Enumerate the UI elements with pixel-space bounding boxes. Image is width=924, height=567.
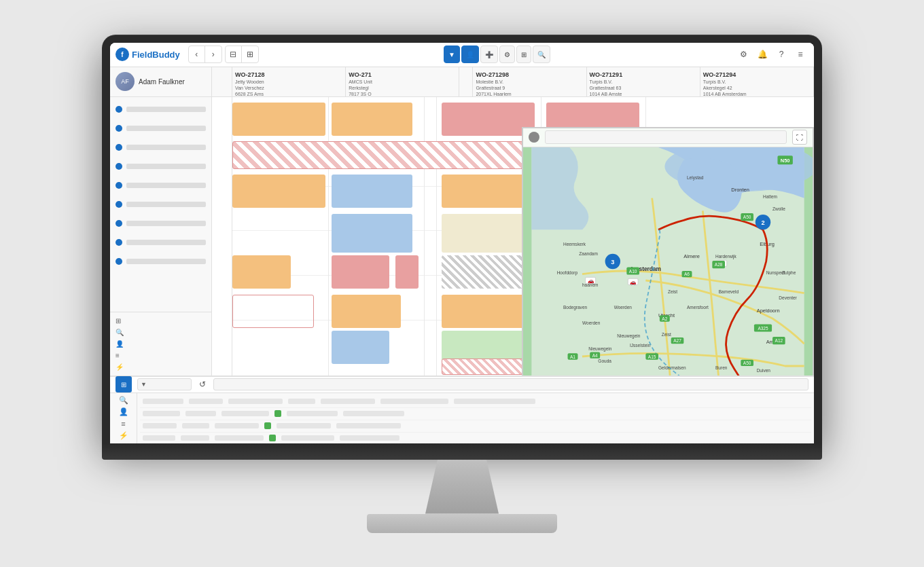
notifications-btn[interactable]: 🔔	[754, 46, 770, 62]
col-wo-id: WO-271	[349, 71, 456, 78]
app: f FieldBuddy ‹ › ⊟ ⊞	[110, 43, 814, 443]
toolbar-center: ▼ 👤 ➕ ⚙ ⊞	[262, 45, 732, 63]
status-badge	[269, 435, 276, 441]
wo-block[interactable]	[442, 175, 535, 208]
wo-block[interactable]	[332, 255, 390, 289]
wo-block[interactable]	[232, 103, 325, 136]
map-fullscreen-btn[interactable]: ⛶	[792, 130, 807, 145]
col-header-4: WO-271291 Turpis B.V. Grattestraat 63 10…	[587, 67, 700, 96]
map-camera-icon	[529, 132, 539, 143]
bottom-cell	[343, 411, 404, 416]
settings-btn[interactable]: ⚙	[735, 46, 751, 62]
filter-btn[interactable]: ▼	[444, 45, 460, 63]
svg-text:🚗: 🚗	[630, 278, 637, 285]
bottom-icon-lightning[interactable]: ⚡	[118, 431, 129, 441]
filter-icon: ▼	[448, 51, 455, 58]
wo-block[interactable]	[232, 295, 314, 328]
bottom-list-btn[interactable]: ⊞	[116, 376, 132, 392]
logo-icon: f	[116, 48, 129, 61]
bottom-icon-people[interactable]: 👤	[118, 407, 129, 417]
sidebar-item[interactable]	[110, 252, 211, 271]
sidebar-bottom-filter[interactable]: ≡	[110, 350, 211, 361]
svg-text:Duiven: Duiven	[757, 368, 771, 373]
sidebar-bottom-lightning[interactable]: ⚡	[110, 361, 211, 373]
bottom-icon-filter[interactable]: ≡	[118, 420, 129, 429]
wo-block[interactable]	[332, 331, 390, 364]
bottom-cell	[143, 411, 180, 416]
svg-text:IJsselstein: IJsselstein	[630, 342, 651, 347]
wo-block[interactable]	[442, 295, 535, 328]
bottom-sidebar: 🔍 👤 ≡ ⚡	[110, 393, 137, 443]
route-icon: ⚙	[504, 51, 510, 58]
app-logo[interactable]: f FieldBuddy	[116, 48, 180, 61]
delete-btn[interactable]: ⊟	[226, 46, 242, 62]
search-icon: 🔍	[537, 51, 546, 58]
sidebar-bottom-list[interactable]: ⊞	[110, 315, 211, 327]
bottom-refresh-btn[interactable]: ↺	[194, 376, 211, 392]
svg-text:Harderwijk: Harderwijk	[715, 254, 737, 259]
wo-block[interactable]	[332, 214, 413, 253]
svg-text:Apeldoorn: Apeldoorn	[757, 307, 780, 313]
svg-text:Lelystad: Lelystad	[687, 175, 704, 180]
wo-block[interactable]	[442, 255, 535, 289]
bottom-cell	[277, 423, 331, 428]
sidebar-item[interactable]	[110, 176, 211, 195]
route-btn[interactable]: ⚙	[499, 45, 515, 63]
svg-text:A50: A50	[743, 361, 751, 365]
wo-block[interactable]	[332, 175, 413, 208]
table-row[interactable]	[140, 420, 811, 433]
sidebar-item-label	[126, 240, 206, 245]
wo-block[interactable]	[442, 214, 535, 253]
sidebar-item[interactable]	[110, 138, 211, 157]
svg-text:Woerden: Woerden	[582, 321, 601, 325]
help-btn[interactable]: ?	[773, 46, 789, 62]
sidebar-item[interactable]	[110, 100, 211, 119]
sidebar-item[interactable]	[110, 214, 211, 233]
svg-text:Gouda: Gouda	[598, 359, 611, 363]
table-row[interactable]	[140, 433, 811, 443]
wo-block[interactable]	[232, 175, 325, 208]
sidebar-item[interactable]	[110, 157, 211, 176]
monitor-bezel-bottom	[102, 443, 822, 460]
sidebar-item[interactable]	[110, 119, 211, 138]
table-row[interactable]	[140, 408, 811, 420]
status-badge	[264, 422, 271, 429]
svg-text:Zutphe: Zutphe	[782, 270, 796, 275]
col-info: Turpis B.V. Akerstegel 42 1014 AB Amster…	[703, 79, 811, 97]
sidebar-bottom-search[interactable]: 🔍	[110, 327, 211, 338]
wo-block[interactable]	[332, 295, 402, 328]
wo-block[interactable]	[395, 255, 419, 289]
send-btn[interactable]: ⊞	[242, 46, 258, 62]
col-wo-id: WO-271298	[476, 71, 583, 78]
sidebar-items	[110, 97, 211, 312]
wo-block[interactable]	[332, 103, 413, 136]
svg-text:Nieuwegein: Nieuwegein	[588, 346, 611, 351]
menu-btn[interactable]: ≡	[792, 46, 808, 62]
bottom-cell	[281, 435, 334, 441]
nav-back-btn[interactable]: ‹	[189, 46, 205, 62]
search-btn[interactable]: 🔍	[533, 45, 550, 63]
bottom-icon-search[interactable]: 🔍	[118, 396, 129, 405]
toolbar: f FieldBuddy ‹ › ⊟ ⊞	[110, 43, 814, 67]
col-info: Turpis B.V. Grattestraat 63 1014 AB Amst…	[590, 79, 697, 97]
svg-text:Geldermalsen: Geldermalsen	[658, 365, 686, 369]
bottom-col-header	[454, 399, 535, 404]
bottom-col-header	[321, 399, 375, 404]
people-btn[interactable]: 👤	[461, 45, 479, 63]
sidebar-item[interactable]	[110, 233, 211, 252]
sidebar-bottom-person[interactable]: 👤	[110, 338, 211, 350]
wo-block[interactable]	[232, 255, 291, 289]
map-address-bar	[545, 130, 787, 144]
col-header-5: WO-271294 Turpis B.V. Akerstegel 42 1014…	[700, 67, 814, 96]
wo-block[interactable]	[442, 103, 535, 136]
bottom-header-row	[140, 396, 811, 408]
bottom-col-header	[143, 399, 183, 404]
add-btn[interactable]: ➕	[480, 45, 498, 63]
bottom-search-input[interactable]	[213, 378, 808, 390]
nav-forward-btn[interactable]: ›	[205, 46, 221, 62]
svg-text:A4: A4	[592, 352, 598, 357]
bottom-filter-dropdown[interactable]: ▼	[137, 378, 192, 390]
bottom-cell	[181, 435, 209, 441]
sidebar-item[interactable]	[110, 195, 211, 214]
columns-btn[interactable]: ⊞	[516, 45, 531, 63]
